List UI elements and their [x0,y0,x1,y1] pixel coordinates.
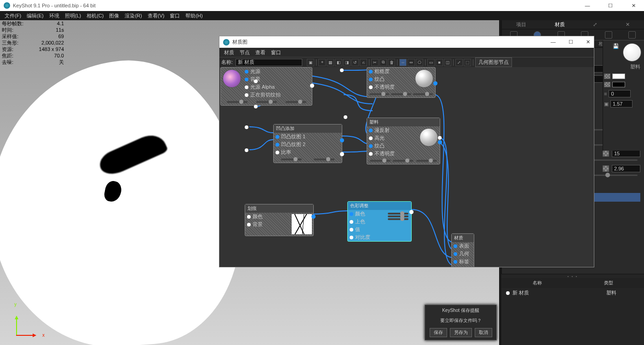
axis-y-label: y [14,302,17,307]
menu-lighting[interactable]: 照明(L) [62,12,84,19]
menu-file[interactable]: 文件(F) [2,12,24,19]
material-list-grip[interactable]: • • • [501,274,644,278]
cancel-button[interactable]: 取消 [475,328,492,337]
save-icon[interactable]: 💾 [613,43,619,62]
panel-close-icon[interactable]: ✕ [626,22,630,28]
material-row-name: 新 材质 [512,289,529,296]
mg-tb-undo-icon[interactable]: ↺ [351,59,359,66]
col-name[interactable]: 名称 [501,280,573,286]
mg-menu-window[interactable]: 窗口 [268,49,284,56]
mg-close-button[interactable]: ✕ [586,39,590,45]
mg-tb-grid-icon[interactable]: ▦ [327,59,334,66]
node-scratches[interactable]: 划痕 颜色 背景 [245,204,314,236]
mg-tb-mode3-icon[interactable]: ⎔ [416,59,423,66]
mg-tb-redo-icon[interactable]: ⎌ [360,59,367,66]
mg-tb-target-icon[interactable]: ⌖ [318,59,326,66]
node-texture-source[interactable]: 光源 背景 光源 Alpha 正在剪切纹拍 [220,67,312,106]
node-plastic-b[interactable]: 塑料 漫反射 高光 纹凸 不透明度 [367,118,440,164]
mg-menu-node[interactable]: 节点 [237,49,253,56]
close-button[interactable]: ✕ [627,3,640,9]
save-button[interactable]: 保存 [430,328,447,337]
mg-tb-cut-icon[interactable]: ✂ [371,59,379,66]
material-list-row[interactable]: 新 材质 塑料 [501,288,644,298]
col-type[interactable]: 类型 [573,280,644,286]
menu-render[interactable]: 渲染(R) [122,12,144,19]
mg-tb-expand-icon[interactable]: ⤢ [455,59,463,66]
mg-tb-layout2-icon[interactable]: ■ [436,59,443,66]
menu-window[interactable]: 窗口 [167,12,183,19]
material-graph-canvas[interactable]: 光源 背景 光源 Alpha 正在剪切纹拍 凹凸添加 凹凸纹图 1 凹凸纹图 2… [219,67,594,267]
mg-tb-delete-icon[interactable]: 🗑 [388,59,395,66]
mg-tb-fit-icon[interactable]: ◧ [335,59,342,66]
material-graph-title: 材质图 [232,39,247,45]
material-preview-column: 💾 塑料 ≡ ▣ [603,40,644,151]
tab-project[interactable]: 项目 [516,21,526,28]
mg-tb-layout1-icon[interactable]: ▭ [427,59,435,66]
node-plastic-a[interactable]: 粗糙度 纹凸 不透明度 [367,67,436,98]
menu-help[interactable]: 帮助(H) [183,12,205,19]
menu-view[interactable]: 查看(V) [145,12,167,19]
mg-tb-mode1-icon[interactable]: ↔ [399,59,407,66]
mini-roughness-input[interactable] [609,90,631,97]
mg-menu-material[interactable]: 材质 [221,49,237,56]
mg-maximize-button[interactable]: ☐ [569,39,573,45]
material-preview-sphere[interactable] [623,43,641,62]
node-bump-add[interactable]: 凹凸添加 凹凸纹图 1 凹凸纹图 2 比率 [273,124,342,163]
mini-swatch-2[interactable] [612,82,625,87]
mg-minimize-button[interactable]: — [551,39,556,45]
node-scratches-title: 划痕 [245,204,313,213]
mg-tb-zoom-icon[interactable]: ◨ [343,59,351,66]
panel-tab-camera-icon[interactable] [605,31,612,39]
mini-swatch-1[interactable] [612,74,625,79]
panel-tab-image-icon[interactable] [628,31,636,39]
mini-tex-1[interactable] [604,74,610,79]
rendered-model [0,53,249,345]
mg-tb-copy-icon[interactable]: ⧉ [380,59,387,66]
material-graph-menubar: 材质 节点 查看 窗口 [219,48,594,57]
mg-geometry-nodes-button[interactable]: 几何图形节点 [475,57,512,67]
menu-edit[interactable]: 编辑(E) [24,12,46,19]
node-bump-title: 凹凸添加 [274,124,342,133]
node-material-title: 材质 [452,234,474,242]
app-icon [4,2,10,9]
prop-contrast-link-icon[interactable] [603,165,609,172]
mini-ior-input[interactable] [610,100,632,107]
minimize-button[interactable]: — [581,3,594,9]
prop-value-link-icon[interactable] [603,150,609,157]
material-graph-window: 材质图 — ☐ ✕ 材质 节点 查看 窗口 名称: ▣ ⌖ ▦ ◧ ◨ ↺ ⎌ [219,36,594,267]
mg-tb-save-icon[interactable]: ▣ [307,59,314,66]
node-material-output[interactable]: 材质 表面 几何 标签 标签 [451,233,474,267]
panel-top-tabs: 项目 材质 ⤢ ✕ [502,20,644,29]
save-as-button[interactable]: 另存为 [450,328,472,337]
pin-icon[interactable]: ⤢ [593,22,597,28]
mg-name-input[interactable] [236,59,302,66]
prop-contrast-input[interactable] [612,165,640,172]
menu-camera[interactable]: 相机(C) [84,12,106,19]
tab-material-top[interactable]: 材质 [555,21,565,28]
mg-tb-layout3-icon[interactable]: ◫ [444,59,451,66]
prop-value-input[interactable] [612,150,640,157]
node-color-adjust[interactable]: 色彩调整 颜色 上色 值 对比度 [347,201,412,242]
save-dialog-message: 要立即保存文件吗？ [425,316,496,325]
mg-name-label: 名称: [221,59,235,66]
axis-gizmo[interactable]: y x [12,308,39,336]
menu-image[interactable]: 图像 [106,12,122,19]
node-plastic-a-preview [415,69,433,88]
material-dot-icon [506,291,510,295]
material-type-label: 塑料 [603,62,644,72]
material-graph-titlebar[interactable]: 材质图 — ☐ ✕ [219,36,594,48]
node-texture-preview [223,69,241,88]
mg-tb-frame-icon[interactable]: ⬚ [464,59,471,66]
node-scratches-preview [292,214,312,234]
menu-environment[interactable]: 环境 [46,12,62,19]
mini-tex-2[interactable] [604,82,610,87]
maximize-button[interactable]: ☐ [604,3,617,9]
axis-x-label: x [42,333,45,338]
render-stats: 每秒帧数:4.1 时间:11s 采样值:69 三角形:2,000,022 资源:… [2,20,64,65]
mg-tb-mode2-icon[interactable]: ⇔ [408,59,415,66]
window-title: KeyShot 9.1 Pro - untitled.bip - 64 bit [13,3,96,8]
mg-menu-view[interactable]: 查看 [253,49,268,56]
node-plastic-b-preview [420,128,438,147]
material-list-panel: • • • 名称 类型 新 材质 塑料 [501,274,644,345]
main-menubar: 文件(F) 编辑(E) 环境 照明(L) 相机(C) 图像 渲染(R) 查看(V… [0,11,644,20]
